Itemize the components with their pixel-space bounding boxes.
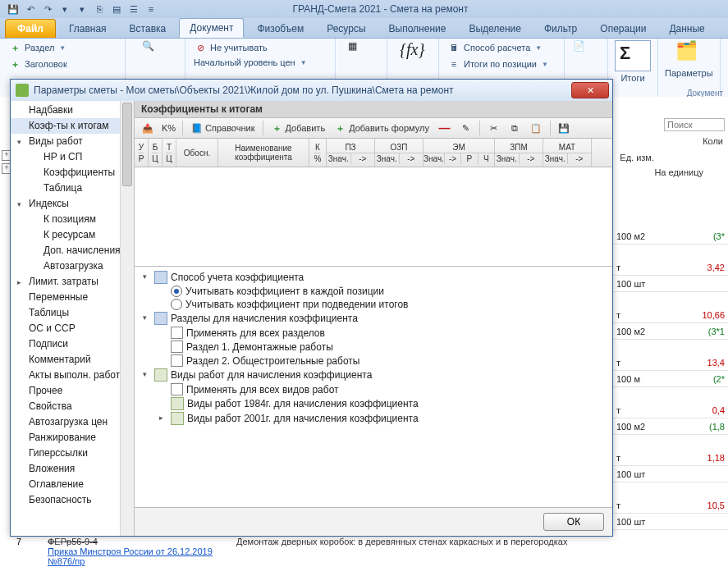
calc-icon: 🖩 xyxy=(447,41,460,54)
btn-dobavit[interactable]: ＋Добавить xyxy=(268,121,329,135)
row-code[interactable]: ФЕРр56-9-4 xyxy=(48,537,236,546)
params-icon[interactable]: 🗂️ xyxy=(675,40,702,66)
qa-tool3-icon[interactable]: ☰ xyxy=(127,2,140,16)
grid-header: УР БЦ ТЦ Обосн. Наименование коэффициент… xyxy=(135,139,612,167)
btn-razdel[interactable]: ＋Раздел▼ xyxy=(5,40,120,55)
btn-copy[interactable]: ⧉ xyxy=(506,121,524,135)
search-input[interactable] xyxy=(664,118,725,131)
qa-undo-icon[interactable]: ↶ xyxy=(24,2,37,16)
tree-item[interactable]: ▾Виды работ xyxy=(11,134,134,149)
btn-remove[interactable]: — xyxy=(435,121,454,135)
grid-body[interactable] xyxy=(135,167,612,267)
tree-item[interactable]: Коэф-ты к итогам xyxy=(11,118,134,134)
close-button[interactable]: ✕ xyxy=(571,82,609,98)
title-bar: 💾 ↶ ↷ ▾ ▾ ⎘ ▤ ☰ ≡ ГРАНД-Смета 2021 - Сме… xyxy=(0,0,728,18)
btn-save[interactable]: 💾 xyxy=(555,121,574,135)
group-coef-mode[interactable]: ▾Способ учета коэффициента xyxy=(135,270,612,285)
qa-tool-icon[interactable]: ⎘ xyxy=(93,2,106,16)
tree-item[interactable]: Коэффициенты xyxy=(11,165,134,181)
btn-dob-formula[interactable]: ＋Добавить формулу xyxy=(331,121,433,135)
grid-icon[interactable]: ▦ xyxy=(348,40,374,66)
folder-icon xyxy=(154,312,167,325)
tree-item[interactable]: Вложения xyxy=(11,461,134,477)
sigma-icon[interactable]: Σ xyxy=(615,40,651,71)
btn-cut[interactable]: ✂ xyxy=(484,121,503,135)
cell-value xyxy=(669,466,728,482)
qa-tool4-icon[interactable]: ≡ xyxy=(144,2,158,16)
tree-item[interactable]: ОС и ССР xyxy=(11,321,134,336)
tree-item[interactable]: Свойства xyxy=(11,399,134,414)
tree-item[interactable]: Прочее xyxy=(11,383,134,399)
tree-item[interactable]: Автозагрузка цен xyxy=(11,414,134,430)
btn-ne-uch[interactable]: ⊘Не учитывать xyxy=(190,40,330,55)
tb-out-icon[interactable]: 📤 xyxy=(138,121,157,135)
wt-2001[interactable]: ▸Виды работ 2001г. для начисления коэффи… xyxy=(135,411,612,426)
chk-section-2[interactable]: Раздел 2. Общестроительные работы xyxy=(135,354,612,368)
tab-resources[interactable]: Ресурсы xyxy=(317,20,375,38)
tab-exec[interactable]: Выполнение xyxy=(379,20,456,38)
tab-filter[interactable]: Фильтр xyxy=(534,20,587,38)
qa-save-icon[interactable]: 💾 xyxy=(7,2,20,16)
tree-item[interactable]: К позициям xyxy=(11,212,134,227)
tree-item[interactable]: Комментарий xyxy=(11,352,134,368)
tree-item[interactable]: ▾Индексы xyxy=(11,196,134,212)
qa-dd-icon[interactable]: ▾ xyxy=(58,2,71,16)
btn-itogi-poz[interactable]: ≡Итоги по позиции▼ xyxy=(444,57,559,71)
magnify-icon[interactable]: 🔍 xyxy=(142,40,168,66)
tree-item[interactable]: Надбавки xyxy=(11,103,134,118)
tree-item[interactable]: Доп. начисления xyxy=(11,243,134,258)
dialog-titlebar[interactable]: Параметры сметы - Мои сметы\Объекты 2021… xyxy=(11,80,612,102)
tree-item[interactable]: Акты выполн. работ xyxy=(11,368,134,383)
chk-section-1[interactable]: Раздел 1. Демонтажные работы xyxy=(135,340,612,354)
tree-item[interactable]: Подписи xyxy=(11,336,134,352)
btn-sposob[interactable]: 🖩Способ расчета▼ xyxy=(444,40,559,55)
tree-item[interactable]: НР и СП xyxy=(11,149,134,165)
tree-item[interactable]: Безопасность xyxy=(11,492,134,508)
tab-fiz[interactable]: Физобъем xyxy=(247,20,314,38)
tab-select[interactable]: Выделение xyxy=(459,20,531,38)
row-order[interactable]: Приказ Минстроя России от 26.12.2019 №87… xyxy=(48,546,213,566)
tree-item[interactable]: Ранжирование xyxy=(11,430,134,446)
doc-icon[interactable]: 📄 xyxy=(573,40,599,66)
tab-file[interactable]: Файл xyxy=(5,19,56,38)
tree-item[interactable]: Гиперссылки xyxy=(11,446,134,461)
tree-item[interactable]: Оглавление xyxy=(11,477,134,492)
btn-paste[interactable]: 📋 xyxy=(527,121,546,135)
minus-icon: — xyxy=(438,122,451,135)
group-sections[interactable]: ▾Разделы для начисления коэффициента xyxy=(135,311,612,326)
tab-ops[interactable]: Операции xyxy=(590,20,656,38)
tb-kperc-icon[interactable]: K% xyxy=(159,121,178,135)
scrollbar-thumb[interactable] xyxy=(122,103,132,186)
scrollbar[interactable] xyxy=(120,101,134,536)
cell-unit: т xyxy=(613,402,669,418)
tree-item[interactable]: Автозагрузка xyxy=(11,258,134,274)
btn-edit[interactable]: ✎ xyxy=(456,121,475,135)
tab-data[interactable]: Данные xyxy=(659,20,714,38)
qa-tool2-icon[interactable]: ▤ xyxy=(110,2,123,16)
ok-button[interactable]: ОК xyxy=(543,513,604,531)
tree-item[interactable]: Таблица xyxy=(11,181,134,196)
fx-icon[interactable]: {fx} xyxy=(400,40,426,66)
tree-item[interactable]: Переменные xyxy=(11,290,134,305)
label-sposob: Способ расчета xyxy=(464,43,530,53)
btn-nach-level[interactable]: Начальный уровень цен▼ xyxy=(190,57,330,68)
tree-item-label: Автозагрузка цен xyxy=(29,416,108,427)
tab-document[interactable]: Документ xyxy=(179,18,244,38)
radio-each-pos[interactable]: Учитывать коэффициент в каждой позиции xyxy=(135,285,612,298)
col-obosn: Обосн. xyxy=(176,139,218,167)
tab-main[interactable]: Главная xyxy=(59,20,117,38)
radio-at-totals[interactable]: Учитывать коэффициент при подведении ито… xyxy=(135,298,612,311)
radio-icon xyxy=(171,286,182,297)
tab-insert[interactable]: Вставка xyxy=(120,20,176,38)
chk-all-worktypes[interactable]: Применять для всех видов работ xyxy=(135,382,612,396)
tree-item[interactable]: ▸Лимит. затраты xyxy=(11,274,134,290)
wt-1984[interactable]: Виды работ 1984г. для начисления коэффиц… xyxy=(135,396,612,411)
btn-spravochnik[interactable]: 📘Справочник xyxy=(187,121,259,135)
qa-redo-icon[interactable]: ↷ xyxy=(41,2,54,16)
chk-all-sections[interactable]: Применять для всех разделов xyxy=(135,326,612,340)
qa-dd2-icon[interactable]: ▾ xyxy=(76,2,89,16)
btn-zagolovok[interactable]: ＋Заголовок xyxy=(5,57,120,71)
group-worktypes[interactable]: ▾Виды работ для начисления коэффициента xyxy=(135,368,612,382)
tree-item[interactable]: Таблицы xyxy=(11,305,134,321)
tree-item[interactable]: К ресурсам xyxy=(11,227,134,243)
